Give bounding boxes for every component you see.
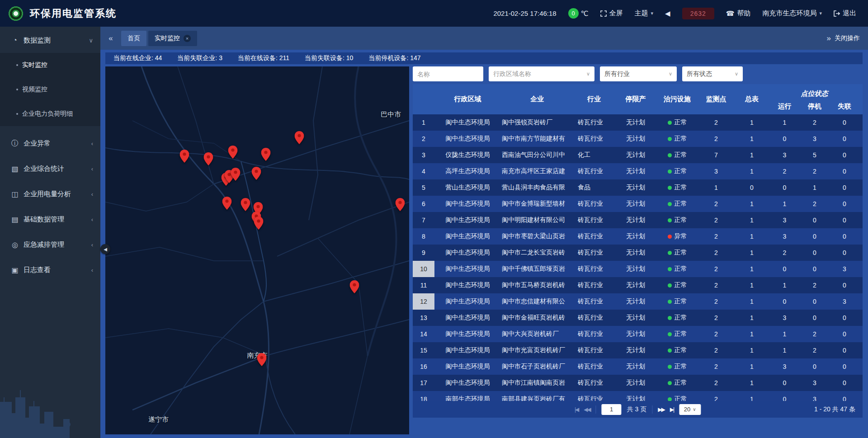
cell-run: 0 [769,131,800,147]
sidebar: ◔数据监测∨实时监控视频监控企业电力负荷明细ⓘ企业异常‹▧企业综合统计‹◫企业用… [0,27,100,438]
tab-close-icon[interactable]: × [184,35,191,42]
table-row[interactable]: 8阆中生态环境局阆中市枣碧大梁山页岩砖瓦行业无计划异常21300 [413,228,863,245]
sidebar-item[interactable]: 视频监控 [0,77,100,102]
sidebar-item-label: 企业电力负荷明细 [22,110,73,118]
tab-realtime-monitor[interactable]: 实时监控 × [148,31,197,46]
cell-region: 阆中生态环境局 [434,261,501,277]
name-search-input[interactable] [413,66,483,81]
cell-facility: 正常 [656,261,698,277]
table-row[interactable]: 13阆中生态环境局阆中市金福旺页岩机砖砖瓦行业无计划正常21300 [413,310,863,326]
table-row[interactable]: 10阆中生态环境局阆中千佛镇五郎垭页岩砖瓦行业无计划正常21003 [413,261,863,277]
logout-button[interactable]: 退出 [834,9,856,18]
cell-index: 7 [413,212,434,228]
sidebar-group-1[interactable]: ⓘ企业异常‹ [0,131,100,156]
theme-dropdown[interactable]: 主题 ▾ [635,9,654,18]
stat-value: 147 [410,54,420,61]
caret-down-icon: ∨ [586,71,590,77]
cell-lost: 0 [830,245,859,261]
header-industry: 行业 [573,84,615,114]
table-row[interactable]: 9阆中生态环境局阆中市二龙长宝页岩砖砖瓦行业无计划正常21200 [413,245,863,261]
sidebar-group-2[interactable]: ▧企业综合统计‹ [0,156,100,181]
map-pin-icon[interactable] [251,167,261,182]
map-pin-icon[interactable] [257,353,267,368]
map-pin-icon[interactable] [350,280,359,295]
close-operations-dropdown[interactable]: » 关闭操作 [827,34,860,43]
map-canvas[interactable]: 巴中市南充市遂宁市 [105,66,409,434]
table-row[interactable]: 1阆中生态环境局阆中强锐页岩砖厂砖瓦行业无计划正常21120 [413,114,863,131]
prev-page-button[interactable]: ◀◀ [584,406,590,413]
cell-stop: 0 [800,310,830,326]
table-row[interactable]: 17阆中生态环境局阆中市江南镇阆南页岩砖瓦行业无计划正常21030 [413,375,863,391]
table-row[interactable]: 7阆中生态环境局阆中明阳建材有限公司砖瓦行业无计划正常21300 [413,212,863,228]
map-pin-icon[interactable] [179,150,189,165]
stat-item: 当前失联设备: 10 [305,54,353,62]
caret-down-icon: ∨ [669,71,672,77]
log-icon: ▣ [11,266,19,274]
cell-limit: 无计划 [615,342,656,358]
next-page-button[interactable]: ▶▶ [658,406,664,413]
alert-count-badge[interactable]: 2632 [682,8,714,19]
industry-select[interactable]: 所有行业 ∨ [600,66,677,81]
map-pin-icon[interactable] [222,197,231,212]
sidebar-item[interactable]: 企业电力负荷明细 [0,102,100,126]
tab-home[interactable]: 首页 [121,31,146,46]
table-row[interactable]: 3仪陇生态环境局西南油气田分公司川中化工无计划正常71350 [413,147,863,163]
temperature-value: 0 [568,8,579,19]
app-title: 环保用电监管系统 [30,7,117,20]
fullscreen-button[interactable]: 全屏 [600,9,623,18]
region-select-value: 行政区域名称 [493,70,531,78]
map-pin-icon[interactable] [241,198,250,213]
caret-down-icon: ▾ [819,10,822,16]
cell-stop: 0 [800,293,830,310]
status-dot-icon [668,316,672,320]
cell-company: 西南油气田分公司川中 [501,147,573,163]
map-pin-icon[interactable] [261,148,270,163]
sidebar-item[interactable]: 实时监控 [0,53,100,77]
sidebar-group-3[interactable]: ◫企业用电量分析‹ [0,181,100,207]
cell-company: 阆中市五马桥页岩机砖 [501,277,573,293]
table-row[interactable]: 6阆中生态环境局阆中市金博瑞新型墙材砖瓦行业无计划正常21120 [413,196,863,212]
map-pin-icon[interactable] [231,168,241,183]
mute-button[interactable]: ◀ [665,9,670,18]
app-logo-icon [7,5,24,22]
map-pin-icon[interactable] [395,198,405,213]
table-row[interactable]: 5营山生态环境局营山县润丰肉食品有限食品无计划正常10010 [413,179,863,196]
sidebar-group-4[interactable]: ▤基础数据管理‹ [0,207,100,232]
temperature-widget: 0 ℃ [568,8,589,19]
table-row[interactable]: 16阆中生态环境局阆中市石子页岩机砖厂砖瓦行业无计划正常21300 [413,358,863,375]
table-row[interactable]: 2阆中生态环境局阆中市南方节能建材有砖瓦行业无计划正常21030 [413,131,863,147]
cell-lost: 0 [830,179,859,196]
sidebar-group-6[interactable]: ▣日志查看‹ [0,257,100,283]
map-pin-icon[interactable] [228,146,238,160]
cell-index: 13 [413,310,434,326]
first-page-button[interactable]: |◀ [575,406,578,413]
sidebar-group-0[interactable]: ◔数据监测∨ [0,28,100,53]
panel-collapse-button[interactable]: ◀ [100,244,110,254]
table-row[interactable]: 18南部生态环境局南部县建兴页岩砖厂有砖瓦行业无计划正常21030 [413,391,863,401]
cell-facility: 正常 [656,391,698,401]
sidebar-group-5[interactable]: ◎应急减排管理‹ [0,232,100,257]
table-row[interactable]: 14阆中生态环境局阆中大兴页岩机砖厂砖瓦行业无计划正常21120 [413,326,863,342]
cell-facility: 正常 [656,179,698,196]
cell-index: 16 [413,358,434,375]
table-row[interactable]: 11阆中生态环境局阆中市五马桥页岩机砖砖瓦行业无计划正常21120 [413,277,863,293]
map-pin-icon[interactable] [254,217,264,231]
cell-stop: 0 [800,228,830,245]
status-select[interactable]: 所有状态 ∨ [682,66,743,81]
table-row[interactable]: 4高坪生态环境局南充市高坪区王家店建砖瓦行业无计划正常31220 [413,163,863,179]
status-dot-icon [668,170,672,174]
sidebar-group-label: 企业综合统计 [24,165,64,173]
table-row[interactable]: 15阆中生态环境局阆中市光富页岩机砖厂砖瓦行业无计划正常21120 [413,342,863,358]
cell-facility: 异常 [656,228,698,245]
map-pin-icon[interactable] [294,131,304,146]
logout-icon [834,10,840,17]
last-page-button[interactable]: ▶| [670,406,674,413]
table-row[interactable]: 12阆中生态环境局阆中市忠信建材有限公砖瓦行业无计划正常21003 [413,293,863,310]
page-size-select[interactable]: 20 ∨ [679,404,701,415]
map-pin-icon[interactable] [204,152,213,167]
region-select[interactable]: 行政区域名称 ∨ [489,66,594,81]
tabs-scroll-left-button[interactable]: « [100,34,121,43]
organization-dropdown[interactable]: 南充市生态环境局 ▾ [762,9,822,18]
help-button[interactable]: ☎ 帮助 [726,9,751,18]
page-number-input[interactable] [602,404,622,415]
